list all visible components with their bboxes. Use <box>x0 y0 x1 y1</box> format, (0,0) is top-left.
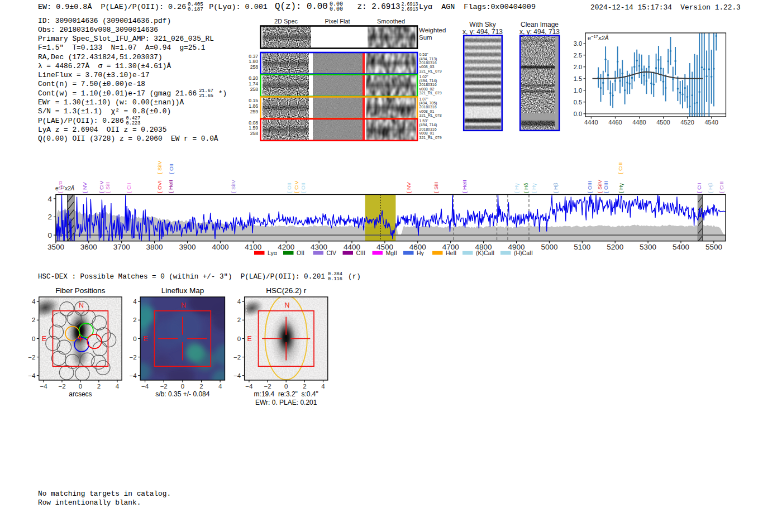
svg-text:{ CIV: { CIV <box>293 180 299 193</box>
svg-text:CIII: CIII <box>356 250 365 256</box>
svg-text:4: 4 <box>116 383 120 390</box>
svg-text:20180316: 20180316 <box>419 105 437 109</box>
svg-text:Sum: Sum <box>419 34 432 41</box>
svg-text:2: 2 <box>303 383 306 390</box>
svg-text:Lyα: Lyα <box>268 250 277 256</box>
svg-text:N: N <box>181 301 186 309</box>
svg-text:−4: −4 <box>28 372 36 379</box>
svg-text:{ HeII: { HeII <box>461 180 468 193</box>
svg-text:E: E <box>42 335 46 343</box>
svg-text:(r): (r) <box>348 273 361 281</box>
svg-text:{ OIII: { OIII <box>603 181 609 193</box>
svg-text:P(LAE)/P(OII): 0.286: P(LAE)/P(OII): 0.286 <box>38 117 124 125</box>
svg-text:5000: 5000 <box>541 243 557 251</box>
svg-text:Row intentionally blank.: Row intentionally blank. <box>38 499 141 507</box>
svg-text:{ OII: { OII <box>286 183 292 193</box>
svg-text:Q(0.00) OII (3728) z = 0.2060: Q(0.00) OII (3728) z = 0.2060 EW r = 0.0… <box>38 135 218 143</box>
svg-text:Hγ: Hγ <box>417 250 425 256</box>
svg-text:−4: −4 <box>245 383 253 390</box>
svg-text:−17: −17 <box>591 34 598 39</box>
svg-text:2: 2 <box>32 317 35 323</box>
svg-text:Weighted: Weighted <box>419 27 446 33</box>
svg-text:0: 0 <box>47 231 52 239</box>
svg-text:{ OII: { OII <box>168 164 174 174</box>
svg-text:4100: 4100 <box>245 243 261 251</box>
svg-text:arcsecs: arcsecs <box>69 390 92 398</box>
svg-text:3600: 3600 <box>80 243 97 251</box>
svg-text:0.20: 0.20 <box>249 75 258 81</box>
svg-text:2: 2 <box>47 213 52 221</box>
svg-text:Clean Image: Clean Image <box>521 21 559 28</box>
svg-text:321_RL_079: 321_RL_079 <box>419 69 442 74</box>
svg-text:2.6913: 2.6913 <box>402 7 418 12</box>
svg-text:0.116: 0.116 <box>328 276 342 282</box>
svg-text:1.53": 1.53" <box>419 119 429 123</box>
svg-text:−2: −2 <box>28 354 35 361</box>
svg-text:{ CIII: { CIII <box>718 181 724 193</box>
svg-text:ID: 3090014636 (3090014636.pdf: ID: 3090014636 (3090014636.pdf) <box>38 17 171 25</box>
svg-text:N: N <box>79 301 84 309</box>
svg-text:HSC-DEX : Possible Matches = 0: HSC-DEX : Possible Matches = 0 (within +… <box>38 273 325 281</box>
svg-text:4520: 4520 <box>680 119 694 126</box>
svg-text:1.02": 1.02" <box>419 75 429 79</box>
svg-text:20180316: 20180316 <box>419 61 437 65</box>
svg-text:LyA z = 2.6904 OII z = 0.2035: LyA z = 2.6904 OII z = 0.2035 <box>38 126 166 134</box>
svg-text:3800: 3800 <box>146 243 163 251</box>
svg-text:321_RL_079: 321_RL_079 <box>419 136 442 140</box>
svg-text:Obs: 20180316v008_3090014636: Obs: 20180316v008_3090014636 <box>38 26 158 34</box>
svg-text:5400: 5400 <box>673 243 689 251</box>
svg-text:Pixel Flat: Pixel Flat <box>325 18 350 25</box>
svg-text:1.80: 1.80 <box>249 59 258 64</box>
svg-text:{ Hγ: { Hγ <box>531 183 537 193</box>
svg-text:{ SiII: { SiII <box>104 182 111 193</box>
svg-text:−4: −4 <box>40 383 47 390</box>
svg-text:Fiber Positions: Fiber Positions <box>55 286 106 295</box>
svg-text:HSC(26.2) r: HSC(26.2) r <box>266 286 307 295</box>
svg-text:258: 258 <box>250 131 259 136</box>
svg-text:−2: −2 <box>58 383 65 390</box>
svg-text:No matching targets in catalog: No matching targets in catalog. <box>38 490 171 498</box>
svg-text:Q(z): 0.00: Q(z): 0.00 <box>275 2 328 12</box>
svg-text:0: 0 <box>32 336 35 342</box>
svg-text:0: 0 <box>79 383 82 390</box>
svg-text:2: 2 <box>237 317 241 323</box>
svg-text:3700: 3700 <box>113 243 130 251</box>
svg-text:x2Å: x2Å <box>598 35 609 41</box>
svg-text:20180316: 20180316 <box>419 83 437 87</box>
svg-text:LineFlux = 3.70(±3.10)e-17: LineFlux = 3.70(±3.10)e-17 <box>38 71 150 79</box>
svg-text:With Sky: With Sky <box>469 21 495 28</box>
svg-text:2.0: 2.0 <box>574 64 582 70</box>
svg-text:1.5: 1.5 <box>574 75 582 82</box>
svg-text:{ CII: { CII <box>696 183 702 193</box>
svg-text:{ OII: { OII <box>300 183 306 193</box>
svg-text:EW: 0.9±0.8Å P(LAE)/P(OII): 0: EW: 0.9±0.8Å P(LAE)/P(OII): 0.26 <box>38 3 186 11</box>
svg-text:4200: 4200 <box>278 243 294 251</box>
svg-text:S/N = 1.3(±1.1) χ² = 0.8(±0.0: S/N = 1.3(±1.1) χ² = 0.8(±0.0) <box>38 107 171 116</box>
svg-text:Lyα AGN Flags:0x00404009: Lyα AGN Flags:0x00404009 <box>419 3 536 11</box>
svg-text:4: 4 <box>32 298 36 305</box>
svg-text:F=1.5" T=0.133 N=1.07 A=0.9: F=1.5" T=0.133 N=1.07 A=0.94 g=25.1 <box>38 44 206 52</box>
svg-text:1.86: 1.86 <box>249 103 258 109</box>
svg-text:{ NV: { NV <box>406 182 412 193</box>
svg-text:2: 2 <box>97 383 101 390</box>
svg-text:5100: 5100 <box>574 243 590 251</box>
svg-text:4440: 4440 <box>584 119 598 126</box>
svg-text:3500: 3500 <box>47 243 64 251</box>
svg-text:E: E <box>143 335 147 343</box>
svg-text:4: 4 <box>321 383 325 390</box>
svg-text:5300: 5300 <box>640 243 656 251</box>
svg-text:CIV: CIV <box>327 250 337 256</box>
svg-text:{ CIII: { CIII <box>617 162 623 174</box>
svg-text:0: 0 <box>133 336 136 342</box>
svg-text:2: 2 <box>199 383 203 390</box>
svg-text:0.00: 0.00 <box>330 6 343 12</box>
svg-text:{ Hβ: { Hβ <box>707 183 713 193</box>
svg-text:0.187: 0.187 <box>188 6 203 12</box>
svg-text:λ = 4486.27Å σ = 11.30(±4.61): λ = 4486.27Å σ = 11.30(±4.61)Å <box>38 62 171 70</box>
svg-text:3900: 3900 <box>179 243 196 251</box>
svg-text:−2: −2 <box>233 354 241 361</box>
svg-text:−2: −2 <box>130 354 137 361</box>
svg-text:2: 2 <box>133 317 136 323</box>
svg-text:1.0: 1.0 <box>574 87 582 94</box>
svg-text:EWr = 1.30(±1.10) (w: 0.00(±na: EWr = 1.30(±1.10) (w: 0.00(±nan))Å <box>38 98 184 107</box>
